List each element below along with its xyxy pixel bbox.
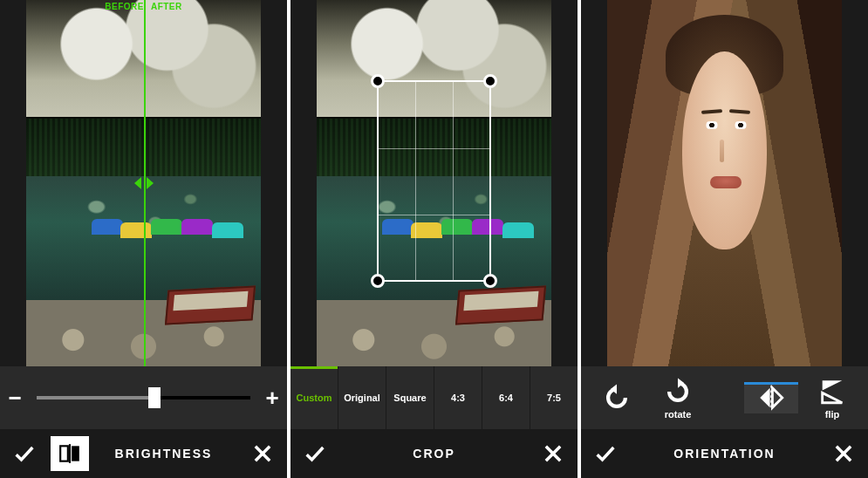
panel-title: ORIENTATION bbox=[630, 447, 819, 461]
screens-row: BEFOREAFTER − + BRI bbox=[0, 0, 868, 478]
crop-ratio-7-5[interactable]: 7:5 bbox=[530, 366, 578, 429]
panel-title: BRIGHTNESS bbox=[89, 447, 238, 461]
bottom-bar: CROP bbox=[290, 429, 578, 478]
screen-orientation: rotate flip bbox=[581, 0, 868, 478]
rotate-ccw-button[interactable] bbox=[590, 382, 644, 413]
svg-marker-9 bbox=[760, 388, 769, 408]
decrease-button[interactable]: − bbox=[0, 385, 30, 412]
crop-frame[interactable] bbox=[377, 80, 492, 282]
svg-marker-12 bbox=[823, 380, 843, 390]
before-after-handle[interactable] bbox=[134, 177, 154, 189]
screen-brightness: BEFOREAFTER − + BRI bbox=[0, 0, 287, 478]
apply-button[interactable] bbox=[0, 429, 49, 478]
rotate-label: rotate bbox=[651, 409, 705, 420]
label-before: BEFORE bbox=[105, 2, 144, 11]
cancel-button[interactable] bbox=[529, 429, 578, 478]
brightness-slider-strip: − + bbox=[0, 366, 287, 429]
svg-rect-0 bbox=[60, 446, 68, 461]
svg-marker-13 bbox=[823, 393, 843, 402]
crop-ratio-strip: CustomOriginalSquare4:36:47:5 bbox=[290, 366, 578, 429]
rotate-cw-icon bbox=[663, 377, 693, 406]
apply-button[interactable] bbox=[290, 429, 339, 478]
flip-vertical-button[interactable]: flip bbox=[805, 376, 859, 420]
image-preview[interactable] bbox=[581, 0, 868, 366]
crop-ratio-4-3[interactable]: 4:3 bbox=[434, 366, 482, 429]
flip-vertical-icon bbox=[817, 377, 847, 406]
crop-handle-bl[interactable] bbox=[371, 274, 385, 288]
cancel-button[interactable] bbox=[819, 429, 868, 478]
compare-icon bbox=[58, 442, 81, 465]
rotate-cw-button[interactable]: rotate bbox=[651, 376, 705, 420]
crop-ratio-6-4[interactable]: 6:4 bbox=[482, 366, 530, 429]
increase-button[interactable]: + bbox=[257, 385, 287, 412]
crop-handle-tl[interactable] bbox=[371, 74, 385, 88]
cancel-button[interactable] bbox=[238, 429, 287, 478]
bottom-bar: BRIGHTNESS bbox=[0, 429, 287, 478]
image-preview[interactable]: BEFOREAFTER bbox=[0, 0, 287, 366]
flip-horizontal-button[interactable] bbox=[744, 382, 798, 413]
panel-title: CROP bbox=[339, 447, 529, 461]
bottom-bar: ORIENTATION bbox=[581, 429, 868, 478]
crop-ratio-original[interactable]: Original bbox=[338, 366, 386, 429]
close-icon bbox=[831, 441, 856, 466]
orientation-strip: rotate flip bbox=[581, 366, 868, 429]
check-icon bbox=[12, 441, 37, 466]
apply-button[interactable] bbox=[581, 429, 630, 478]
close-icon bbox=[541, 441, 565, 466]
crop-ratio-custom[interactable]: Custom bbox=[290, 366, 338, 429]
svg-marker-10 bbox=[772, 388, 782, 408]
flip-horizontal-icon bbox=[756, 383, 786, 413]
check-icon bbox=[593, 441, 618, 466]
svg-rect-1 bbox=[72, 446, 79, 461]
slider-knob[interactable] bbox=[148, 387, 161, 408]
image-preview[interactable] bbox=[290, 0, 578, 366]
screen-crop: CustomOriginalSquare4:36:47:5 CROP bbox=[290, 0, 578, 478]
close-icon bbox=[250, 441, 275, 466]
brightness-slider[interactable] bbox=[37, 396, 250, 399]
rotate-ccw-icon bbox=[602, 383, 632, 413]
flip-label: flip bbox=[805, 409, 859, 420]
check-icon bbox=[303, 441, 327, 466]
label-after: AFTER bbox=[151, 2, 182, 11]
compare-toggle[interactable] bbox=[51, 436, 89, 471]
photo-portrait bbox=[607, 0, 842, 366]
crop-ratio-square[interactable]: Square bbox=[386, 366, 434, 429]
